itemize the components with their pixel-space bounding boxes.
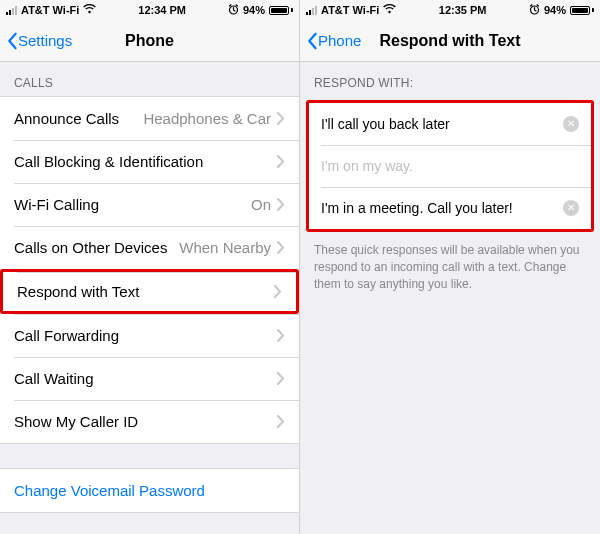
back-button[interactable]: Phone [306,32,361,50]
alarm-icon [228,4,239,17]
battery-icon [269,6,293,15]
row-label: Announce Calls [14,110,119,127]
row-label: Calls on Other Devices [14,239,167,256]
signal-icon [306,5,317,15]
row-wifi-calling[interactable]: Wi-Fi Calling On [0,183,299,226]
carrier-label: AT&T Wi-Fi [321,4,379,16]
voicemail-list: Change Voicemail Password [0,468,299,513]
row-caller-id[interactable]: Show My Caller ID [0,400,299,443]
nav-bar: Phone Respond with Text [300,20,600,62]
response-field-1[interactable]: I'll call you back later ✕ [309,103,591,145]
row-label: Wi-Fi Calling [14,196,99,213]
signal-icon [6,5,17,15]
row-label: Call Waiting [14,370,93,387]
respond-with-text-screen: AT&T Wi-Fi 12:35 PM 94% Phone Respond wi… [300,0,600,534]
back-button[interactable]: Settings [6,32,72,50]
nav-bar: Settings Phone [0,20,299,62]
chevron-right-icon [277,241,285,254]
row-value: When Nearby [179,239,271,256]
clear-icon[interactable]: ✕ [563,200,579,216]
status-time: 12:34 PM [138,4,186,16]
alarm-icon [529,4,540,17]
chevron-right-icon [277,372,285,385]
row-respond-with-text[interactable]: Respond with Text [0,269,299,314]
clear-icon[interactable]: ✕ [563,116,579,132]
response-text: I'm in a meeting. Call you later! [321,200,563,216]
chevron-right-icon [277,415,285,428]
status-bar: AT&T Wi-Fi 12:34 PM 94% [0,0,299,20]
responses-list: I'll call you back later ✕ I'm on my way… [306,100,594,232]
carrier-label: AT&T Wi-Fi [21,4,79,16]
response-placeholder: I'm on my way. [321,158,579,174]
response-text: I'll call you back later [321,116,563,132]
row-call-blocking[interactable]: Call Blocking & Identification [0,140,299,183]
chevron-right-icon [277,198,285,211]
row-value: Headphones & Car [143,110,271,127]
battery-pct: 94% [243,4,265,16]
section-header-calls: CALLS [0,62,299,96]
chevron-right-icon [277,329,285,342]
chevron-right-icon [277,155,285,168]
row-label: Call Blocking & Identification [14,153,203,170]
wifi-icon [383,4,396,16]
row-change-voicemail-password[interactable]: Change Voicemail Password [0,469,299,512]
battery-icon [570,6,594,15]
battery-pct: 94% [544,4,566,16]
row-call-forwarding[interactable]: Call Forwarding [0,314,299,357]
chevron-right-icon [277,112,285,125]
calls-list: Announce Calls Headphones & Car Call Blo… [0,96,299,444]
wifi-icon [83,4,96,16]
row-other-devices[interactable]: Calls on Other Devices When Nearby [0,226,299,269]
footer-description: These quick responses will be available … [300,232,600,302]
back-label: Phone [318,32,361,49]
row-call-waiting[interactable]: Call Waiting [0,357,299,400]
phone-settings-screen: AT&T Wi-Fi 12:34 PM 94% Settings Phone [0,0,300,534]
row-value: On [251,196,271,213]
row-announce-calls[interactable]: Announce Calls Headphones & Car [0,97,299,140]
section-header-respond: RESPOND WITH: [300,62,600,96]
status-bar: AT&T Wi-Fi 12:35 PM 94% [300,0,600,20]
row-label: Change Voicemail Password [14,482,205,499]
row-label: Call Forwarding [14,327,119,344]
response-field-2[interactable]: I'm on my way. [309,145,591,187]
status-time: 12:35 PM [439,4,487,16]
back-label: Settings [18,32,72,49]
chevron-right-icon [274,285,282,298]
row-label: Show My Caller ID [14,413,138,430]
response-field-3[interactable]: I'm in a meeting. Call you later! ✕ [309,187,591,229]
row-label: Respond with Text [17,283,139,300]
